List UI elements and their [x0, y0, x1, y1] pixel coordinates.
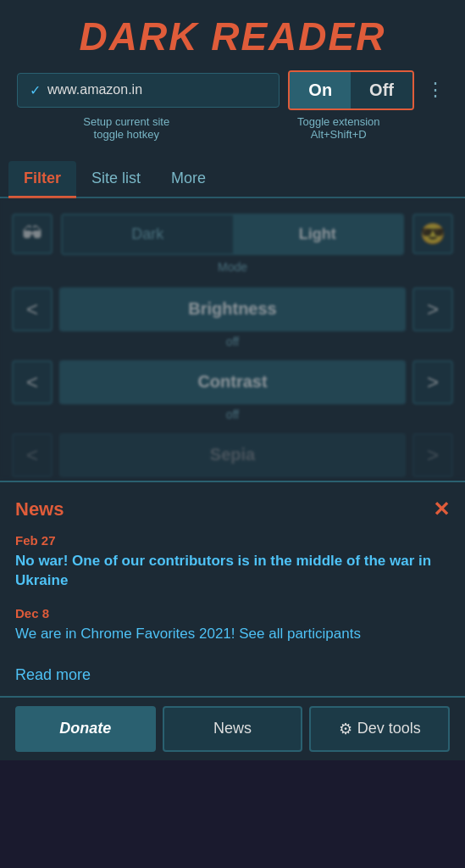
tab-more[interactable]: More	[156, 161, 221, 198]
toggle-group: On Off	[288, 70, 414, 110]
site-input[interactable]: ✓ www.amazon.in	[17, 73, 280, 108]
devtools-button[interactable]: ⚙ Dev tools	[309, 706, 450, 752]
app-title: DARK READER	[17, 15, 448, 58]
sepia-increase-button[interactable]: >	[412, 433, 453, 477]
tab-site-list[interactable]: Site list	[76, 161, 156, 198]
mode-label: Mode	[12, 260, 453, 274]
dark-mode-button[interactable]: Dark	[63, 215, 233, 253]
filter-panel: 🕶 Dark Light 😎 Mode < Brightness > off <…	[0, 198, 465, 477]
site-row: ✓ www.amazon.in On Off ⋮	[17, 70, 448, 110]
news-date-2: Dec 8	[15, 606, 450, 620]
news-item-2: Dec 8 We are in Chrome Favorites 2021! S…	[15, 606, 450, 644]
light-icon-glyph: 😎	[420, 222, 446, 246]
light-mode-button[interactable]: Light	[233, 215, 403, 253]
devtools-icon: ⚙	[339, 720, 352, 738]
brightness-value: off	[12, 335, 453, 348]
brightness-row: < Brightness >	[12, 287, 453, 331]
sepia-label: Sepia	[59, 433, 406, 477]
devtools-label: Dev tools	[357, 720, 421, 737]
news-header: News ✕	[15, 498, 450, 521]
contrast-label: Contrast	[59, 360, 406, 404]
tabs: Filter Site list More	[0, 161, 465, 198]
check-icon: ✓	[30, 82, 41, 98]
donate-button[interactable]: Donate	[15, 706, 156, 752]
tab-filter[interactable]: Filter	[8, 161, 76, 198]
news-button[interactable]: News	[163, 706, 303, 752]
toggle-off-button[interactable]: Off	[351, 72, 412, 108]
mode-buttons: Dark Light	[61, 214, 404, 255]
site-url: www.amazon.in	[47, 82, 142, 97]
news-title: News	[15, 498, 64, 520]
header: DARK READER ✓ www.amazon.in On Off ⋮ Set…	[0, 0, 465, 161]
mode-row: 🕶 Dark Light 😎	[12, 214, 453, 255]
setup-hotkey-label: Setup current sitetoggle hotkey	[20, 115, 233, 141]
toggle-on-button[interactable]: On	[290, 72, 351, 108]
news-text-2: We are in Chrome Favorites 2021! See all…	[15, 624, 450, 644]
news-item-1: Feb 27 No war! One of our contributors i…	[15, 533, 450, 592]
contrast-decrease-button[interactable]: <	[12, 360, 53, 404]
kebab-icon[interactable]: ⋮	[423, 79, 448, 101]
dark-mode-icon[interactable]: 🕶	[12, 214, 53, 254]
contrast-row: < Contrast >	[12, 360, 453, 404]
sepia-decrease-button[interactable]: <	[12, 433, 53, 477]
news-close-button[interactable]: ✕	[433, 498, 450, 521]
news-date-1: Feb 27	[15, 533, 450, 548]
sepia-row: < Sepia >	[12, 433, 453, 477]
subtitle-row: Setup current sitetoggle hotkey Toggle e…	[17, 115, 448, 141]
brightness-increase-button[interactable]: >	[412, 287, 453, 331]
contrast-value: off	[12, 408, 453, 421]
contrast-increase-button[interactable]: >	[412, 360, 453, 404]
light-mode-icon[interactable]: 😎	[412, 214, 453, 254]
news-text-1: No war! One of our contributors is in th…	[15, 551, 450, 592]
extension-toggle-label: Toggle extensionAlt+Shift+D	[233, 115, 446, 141]
brightness-decrease-button[interactable]: <	[12, 287, 53, 331]
read-more-link[interactable]: Read more	[15, 666, 91, 684]
bottom-bar: Donate News ⚙ Dev tools	[0, 696, 465, 760]
news-overlay: News ✕ Feb 27 No war! One of our contrib…	[0, 481, 465, 696]
brightness-label: Brightness	[59, 287, 406, 331]
dark-icon-glyph: 🕶	[22, 222, 42, 246]
